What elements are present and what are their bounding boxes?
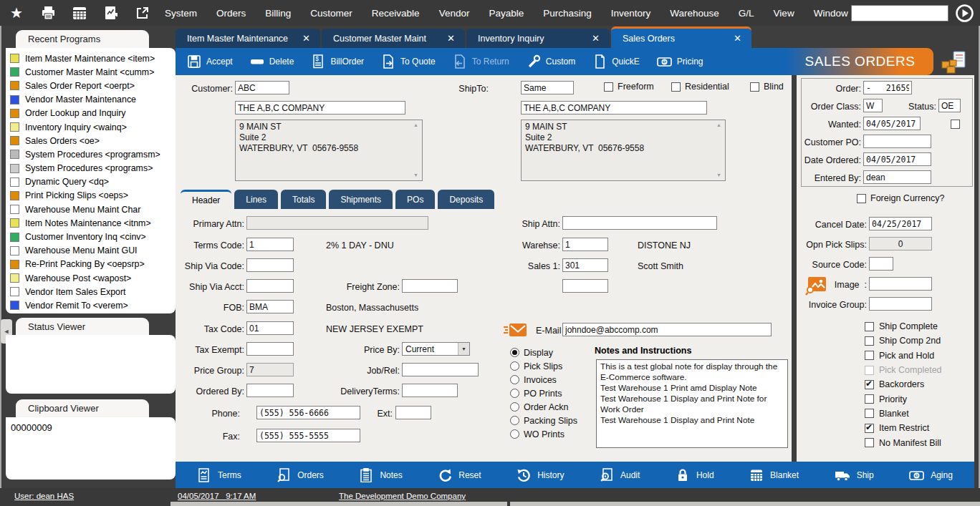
menubar-menu[interactable]: Inventory	[611, 8, 651, 19]
menubar-menu[interactable]: Warehouse	[670, 8, 719, 19]
scroll-up-icon[interactable]: ▲	[413, 122, 418, 127]
history-button[interactable]: History	[517, 468, 564, 482]
sales1-field[interactable]	[562, 258, 608, 272]
job-rel-field[interactable]	[402, 363, 479, 376]
blind-checkbox[interactable]: Blind	[750, 82, 784, 92]
ship-attn-field[interactable]	[562, 216, 717, 230]
recent-program-item[interactable]: Customer Inventory Inq <cinv>	[6, 230, 176, 243]
recent-program-item[interactable]: Warehouse Menu Maint GUI	[6, 244, 176, 258]
email-field[interactable]	[562, 323, 772, 336]
fob-field[interactable]	[246, 300, 294, 313]
close-icon[interactable]: ✕	[447, 33, 455, 44]
menubar-menu[interactable]: Window	[814, 8, 848, 19]
tab-inventory-inquiry[interactable]: Inventory Inquiry ✕	[466, 29, 610, 48]
warehouse-field[interactable]	[562, 238, 608, 251]
recent-program-item[interactable]: Vendor Remit To <verem>	[6, 298, 176, 312]
status-viewer-header[interactable]: Status Viewer	[16, 318, 149, 335]
search-input[interactable]	[851, 5, 948, 21]
recent-program-item[interactable]: Print Picking Slips <oeps>	[6, 189, 176, 203]
menubar-menu[interactable]: Customer	[310, 8, 352, 19]
close-icon[interactable]: ✕	[734, 33, 741, 44]
blanket-button[interactable]: Blanket	[749, 468, 799, 482]
price-group-field[interactable]	[246, 363, 294, 376]
recent-program-item[interactable]: Sales Order Report <oerpt>	[6, 79, 176, 92]
order-flag-checkbox[interactable]: Item Restrict	[865, 421, 942, 435]
order-flag-checkbox[interactable]: Backorders	[865, 377, 942, 391]
to-quote-button[interactable]: To Quote	[381, 54, 436, 69]
recent-program-item[interactable]: Warehouse Menu Maint Char	[6, 203, 176, 216]
recent-program-item[interactable]: Re-Print Packing By <oepsrp>	[6, 258, 176, 271]
detail-tab[interactable]: Header	[181, 190, 231, 209]
audit-button[interactable]: Audit	[600, 468, 640, 482]
detail-tab[interactable]: Lines	[234, 190, 278, 209]
menubar-menu[interactable]: Orders	[216, 8, 246, 19]
ship-company-field[interactable]	[521, 101, 707, 115]
order-basket-icon[interactable]	[940, 51, 967, 74]
customer-address-field[interactable]: 9 MAIN ST Suite 2 WATERBURY, VT 05676-95…	[235, 120, 423, 181]
statusbar-company[interactable]: The Development Demo Company	[339, 492, 466, 500]
clipboard-viewer-header[interactable]: Clipboard Viewer	[16, 399, 149, 417]
order-flag-checkbox[interactable]: Priority	[865, 391, 942, 406]
close-icon[interactable]: ✕	[592, 33, 600, 44]
residential-checkbox[interactable]: Residential	[671, 82, 729, 92]
fax-field[interactable]	[256, 429, 360, 442]
recent-program-item[interactable]: Vendor Item Sales Export	[6, 285, 176, 298]
wanted-date-field[interactable]	[863, 117, 921, 130]
recent-program-item[interactable]: Vendor Master Maintenance	[6, 93, 176, 107]
scroll-up-icon[interactable]: ▲	[716, 122, 721, 127]
freeform-checkbox[interactable]: Freeform	[604, 82, 654, 92]
customer-company-field[interactable]	[235, 101, 405, 115]
print-option-radio[interactable]: Packing Slips	[510, 414, 577, 427]
source-code-field[interactable]	[869, 257, 893, 271]
accept-button[interactable]: Accept	[187, 54, 233, 69]
print-option-radio[interactable]: Display	[510, 346, 577, 359]
favorites-star-icon[interactable]: ★	[9, 5, 24, 21]
detail-tab[interactable]: POs	[395, 190, 435, 209]
print-option-radio[interactable]: Invoices	[510, 373, 577, 386]
image-field[interactable]	[869, 277, 932, 291]
print-option-radio[interactable]: Order Ackn	[510, 400, 577, 414]
print-option-radio[interactable]: PO Prints	[510, 386, 577, 400]
scroll-down-icon[interactable]: ▼	[413, 172, 418, 177]
phone-field[interactable]	[256, 406, 360, 419]
delete-button[interactable]: Delete	[250, 54, 294, 69]
order-class-field[interactable]	[863, 99, 883, 112]
menubar-menu[interactable]: Receivable	[372, 8, 420, 19]
print-option-radio[interactable]: Pick Slips	[510, 359, 577, 373]
image-icon[interactable]	[805, 276, 827, 296]
price-by-select[interactable]: Current ▼	[402, 342, 470, 356]
ship-address-field[interactable]: 9 MAIN ST Suite 2 WATERBURY, VT 05676-95…	[521, 120, 726, 181]
detail-tab[interactable]: Deposits	[438, 190, 494, 209]
order-flag-checkbox[interactable]: No Manifest Bill	[865, 435, 942, 449]
recent-program-item[interactable]: System Procedures <programsm>	[6, 147, 176, 161]
open-window-icon[interactable]	[135, 5, 150, 21]
order-flag-checkbox[interactable]: Ship Comp 2nd	[865, 334, 942, 348]
ext-field[interactable]	[395, 406, 431, 419]
close-icon[interactable]: ✕	[302, 33, 310, 44]
recent-program-item[interactable]: Inventory Inquiry <wainq>	[6, 120, 176, 134]
tax-exempt-field[interactable]	[246, 342, 294, 356]
order-flag-checkbox[interactable]: Ship Complete	[865, 319, 942, 334]
go-search-icon[interactable]	[954, 3, 974, 23]
reset-button[interactable]: Reset	[438, 468, 481, 482]
report-export-icon[interactable]	[103, 5, 119, 21]
recent-program-item[interactable]: Item Master Maintenance <item>	[6, 52, 176, 65]
scroll-down-icon[interactable]: ▼	[716, 172, 721, 177]
recent-program-item[interactable]: Dynamic Query <dq>	[6, 175, 176, 189]
statusbar-datetime[interactable]: 04/05/2017 9:17 AM	[178, 492, 256, 500]
detail-tab[interactable]: Shipments	[329, 190, 393, 209]
tax-code-field[interactable]	[246, 321, 294, 335]
menubar-menu[interactable]: Payable	[489, 8, 524, 19]
cancel-date-field[interactable]	[869, 217, 932, 230]
ordered-by-field[interactable]	[246, 384, 294, 397]
print-icon[interactable]	[40, 5, 56, 21]
menubar-menu[interactable]: Billing	[265, 8, 291, 19]
notes-field[interactable]: This is a test global note for display t…	[596, 359, 788, 448]
to-return-button[interactable]: To Return	[453, 54, 509, 69]
freight-zone-field[interactable]	[402, 279, 458, 293]
tab-item-master-maintenance[interactable]: Item Master Maintenance ✕	[176, 29, 320, 48]
recent-program-item[interactable]: Order Lookup and Inquiry	[6, 107, 176, 120]
pricing-button[interactable]: $ Pricing	[657, 54, 703, 69]
opn-pick-slips-field[interactable]	[869, 237, 932, 250]
detail-tab[interactable]: Totals	[281, 190, 326, 209]
